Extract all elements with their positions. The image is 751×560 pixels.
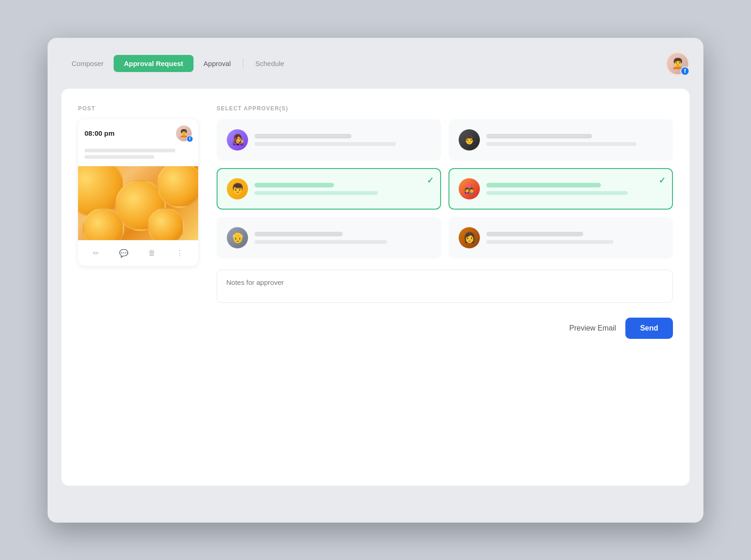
orange-deco-5 [147,208,184,240]
approver-sub-1 [254,142,396,146]
approver-card-5[interactable]: 👴 [217,217,441,259]
approver-name-3 [254,183,334,187]
approver-card-3[interactable]: 👦 ✓ [217,168,441,210]
approver-info-4 [486,183,663,195]
approver-avatar-2: 👨 [459,129,480,151]
approver-info-1 [254,134,431,146]
approver-info-5 [254,232,431,244]
post-section: POST 08:00 pm 🧑‍🦱 f [78,105,198,469]
post-section-label: POST [78,105,198,112]
approver-sub-4 [486,191,628,195]
nav-bar: Composer Approval Request Approval Sched… [61,52,690,76]
footer-actions: Preview Email Send [217,318,673,339]
approver-avatar-5: 👴 [227,227,248,248]
tab-approval-request[interactable]: Approval Request [114,55,193,72]
app-window: Composer Approval Request Approval Sched… [48,38,703,523]
approver-sub-6 [486,240,613,244]
approver-avatar-1: 👩‍🎤 [227,129,248,151]
check-icon-3: ✓ [427,175,434,186]
post-fb-badge: f [187,136,193,142]
post-text-preview [78,146,198,166]
preview-email-button[interactable]: Preview Email [569,324,616,332]
edit-button[interactable]: ✏ [89,247,103,259]
approver-name-5 [254,232,343,236]
tab-approval[interactable]: Approval [194,55,241,72]
approvers-section: SELECT APPROVER(S) 👩‍🎤 👨 [217,105,673,469]
more-button[interactable]: ⋮ [172,247,187,259]
check-icon-4: ✓ [659,175,666,186]
tab-schedule[interactable]: Schedule [245,55,295,72]
post-time: 08:00 pm [85,129,115,137]
text-line-2 [85,155,154,159]
approver-info-3 [254,183,431,195]
delete-button[interactable]: 🗑 [145,247,159,259]
approver-sub-3 [254,191,378,195]
main-content: POST 08:00 pm 🧑‍🦱 f [61,89,690,486]
post-card-header: 08:00 pm 🧑‍🦱 f [78,119,198,146]
approver-sub-5 [254,240,387,244]
approver-name-6 [486,232,583,236]
nav-avatar[interactable]: 🧑‍🦱 f [666,52,690,76]
post-card: 08:00 pm 🧑‍🦱 f [78,119,198,266]
approver-info-6 [486,232,663,244]
approver-info-2 [486,134,663,146]
send-button[interactable]: Send [625,318,673,339]
approvers-section-label: SELECT APPROVER(S) [217,105,673,112]
facebook-badge: f [680,66,690,76]
approver-card-6[interactable]: 👩 [448,217,673,259]
approver-avatar-3: 👦 [227,178,248,199]
approver-card-1[interactable]: 👩‍🎤 [217,119,441,161]
approver-avatar-4: 👩‍❤️‍👨 [459,178,480,199]
approver-name-1 [254,134,351,138]
tab-composer[interactable]: Composer [61,55,114,72]
notes-textarea[interactable] [217,270,673,303]
approver-sub-2 [486,142,636,146]
post-avatar: 🧑‍🦱 f [176,126,192,141]
post-image [78,166,198,240]
approver-card-2[interactable]: 👨 [448,119,673,161]
comment-button[interactable]: 💬 [115,247,132,259]
post-actions: ✏ 💬 🗑 ⋮ [78,240,198,266]
approver-name-4 [486,183,601,187]
text-line-1 [85,149,176,152]
approvers-grid: 👩‍🎤 👨 👦 [217,119,673,259]
approver-avatar-6: 👩 [459,227,480,248]
approver-name-2 [486,134,592,138]
nav-divider [243,58,243,69]
approver-card-4[interactable]: 👩‍❤️‍👨 ✓ [448,168,673,210]
